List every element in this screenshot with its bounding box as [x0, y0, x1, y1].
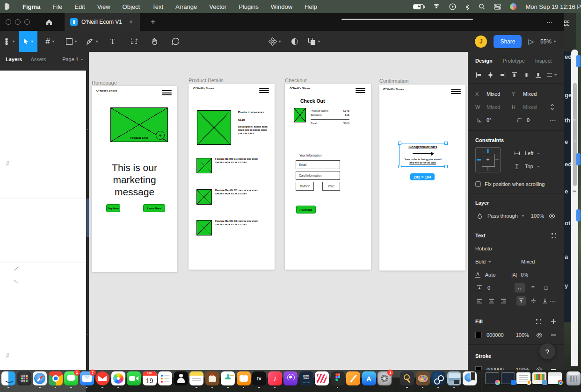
share-button[interactable]: Share: [494, 35, 522, 48]
product-price-text[interactable]: $145: [238, 118, 245, 121]
text-styles-icon[interactable]: [552, 233, 556, 238]
fill-opacity-value[interactable]: 100%: [516, 332, 529, 338]
tab-inspect[interactable]: Inspect: [535, 58, 552, 64]
fix-position-checkbox[interactable]: [475, 181, 481, 187]
dock-app-facetime[interactable]: [127, 371, 141, 385]
order-message-line2[interactable]: and will be on its way.: [400, 161, 445, 164]
selection-handle[interactable]: [444, 142, 448, 145]
dock-app-steam[interactable]: [431, 371, 445, 385]
fill-hex-value[interactable]: 000000: [487, 332, 504, 338]
h-value[interactable]: Mixed: [518, 104, 541, 110]
dock-app-music[interactable]: [268, 371, 282, 385]
trash-icon[interactable]: [566, 371, 581, 385]
tab-overflow-icon[interactable]: [546, 18, 553, 26]
fill-styles-icon[interactable]: [536, 319, 541, 324]
eye-icon[interactable]: [535, 331, 544, 339]
menu-text[interactable]: Text: [152, 3, 163, 10]
align-vertical-center-icon[interactable]: [522, 71, 530, 79]
menu-window[interactable]: Window: [271, 3, 292, 10]
align-bottom-icon[interactable]: [534, 71, 543, 79]
dock-app-messages[interactable]: 1: [64, 371, 78, 385]
align-left-icon[interactable]: [474, 71, 483, 79]
dock-app-launchpad[interactable]: [17, 371, 31, 385]
bluetooth-icon[interactable]: [465, 3, 470, 10]
order-message-line1[interactable]: Your order is being processed: [400, 158, 445, 161]
checkout-heading[interactable]: Check Out: [300, 98, 325, 104]
dock-app-settings[interactable]: 1: [378, 371, 392, 385]
menu-view[interactable]: View: [97, 3, 110, 10]
move-tool[interactable]: [19, 31, 37, 52]
line-height-value[interactable]: Auto: [485, 272, 496, 278]
close-tab-icon[interactable]: [128, 19, 134, 25]
card-information-field[interactable]: Card Information: [296, 171, 340, 180]
blend-mode-select[interactable]: Pass through: [487, 213, 518, 219]
dock-app-notes[interactable]: [189, 371, 203, 385]
menu-arrange[interactable]: Arrange: [175, 3, 197, 10]
w-value[interactable]: Mixed: [482, 104, 504, 110]
dock-app-apple-tv[interactable]: tv: [252, 371, 266, 385]
dock-app-podcasts[interactable]: [283, 371, 298, 385]
dock-app-orange-line[interactable]: [346, 371, 360, 385]
dock-app-figma[interactable]: [331, 371, 345, 385]
buy-now-button[interactable]: Buy Now: [106, 204, 120, 212]
purchase-button[interactable]: Purchace: [296, 206, 316, 214]
learn-more-button[interactable]: Learn More: [143, 204, 165, 212]
layer-opacity-value[interactable]: 100%: [531, 213, 544, 219]
feature-text[interactable]: Feature Benifit 01: xxx xx xxx xxxx xxxx…: [215, 157, 267, 164]
horizontal-constraint-select[interactable]: Left: [513, 149, 540, 157]
font-family-select[interactable]: Roboto: [475, 246, 492, 251]
feature-text[interactable]: Feature Benifit 02: xxx xx xxx xxxx xxxx…: [215, 189, 267, 195]
file-tab[interactable]: O'Neill Ecom V1: [65, 13, 140, 31]
product-name-text[interactable]: Product: xxx-xxxxx: [238, 111, 264, 114]
selection-handle[interactable]: [398, 165, 401, 168]
constraints-widget[interactable]: [475, 147, 501, 172]
x-value[interactable]: Mixed: [482, 91, 504, 97]
apple-menu-icon[interactable]: [5, 3, 9, 10]
font-size-value[interactable]: Mixed: [521, 259, 535, 264]
menu-figma[interactable]: Figma: [22, 3, 40, 10]
selection-handle[interactable]: [398, 142, 401, 145]
constrain-proportions-icon[interactable]: [548, 103, 556, 111]
new-tab-button[interactable]: [148, 18, 158, 26]
add-fill-icon[interactable]: [551, 319, 556, 324]
menu-bar-clock[interactable]: Mon Sep 19 12:16 P: [525, 3, 581, 10]
menu-plugins[interactable]: Plugins: [239, 3, 259, 10]
dock-app-prime-video[interactable]: prime video: [299, 371, 313, 385]
dock-app-art-studio[interactable]: [416, 371, 430, 385]
cart-item-price[interactable]: $145: [337, 109, 349, 112]
dock-app-news[interactable]: [315, 371, 329, 385]
rotation-value[interactable]: 0°: [484, 117, 509, 123]
cvc-field[interactable]: CVC: [322, 182, 340, 191]
tab-design[interactable]: Design: [475, 58, 493, 64]
hero-image-placeholder[interactable]: Product Shot +: [110, 107, 168, 142]
minimized-window-document[interactable]: [516, 372, 530, 384]
frame-tool[interactable]: [41, 31, 59, 52]
battery-icon[interactable]: [413, 4, 424, 9]
dock-app-finder[interactable]: [1, 371, 15, 385]
tab-prototype[interactable]: Prototype: [503, 58, 525, 64]
spotlight-search-icon[interactable]: [479, 3, 485, 10]
comment-tool[interactable]: [167, 31, 184, 52]
site-logo-text[interactable]: O"Neill's Shoes: [96, 89, 117, 92]
distribute-icon[interactable]: [546, 71, 557, 79]
auto-width-icon[interactable]: ↔: [515, 283, 525, 292]
paragraph-spacing-value[interactable]: 0: [487, 285, 490, 291]
type-details-icon[interactable]: [550, 297, 556, 305]
dock-app-app-store[interactable]: [362, 371, 376, 385]
menu-object[interactable]: Object: [123, 3, 140, 10]
dock-app-keychain[interactable]: [400, 371, 414, 385]
boolean-tool[interactable]: [308, 31, 320, 52]
present-button[interactable]: [528, 37, 534, 46]
dock-app-chrome[interactable]: [49, 371, 63, 385]
site-logo-text[interactable]: O"Neill's Shoes: [383, 88, 404, 91]
align-right-icon[interactable]: [498, 71, 507, 79]
dock-app-stardew-valley[interactable]: [205, 371, 219, 385]
zoom-level-control[interactable]: 55%: [540, 38, 556, 45]
expiry-field[interactable]: MM/YY: [296, 182, 314, 191]
align-top-icon[interactable]: [510, 71, 519, 79]
hamburger-menu-icon[interactable]: [451, 89, 461, 95]
control-center-icon[interactable]: [494, 4, 501, 10]
frame-label-homepage[interactable]: Homepage: [92, 80, 117, 86]
minimized-window-terminal[interactable]: [485, 372, 499, 384]
total-label[interactable]: Total: [311, 122, 317, 125]
